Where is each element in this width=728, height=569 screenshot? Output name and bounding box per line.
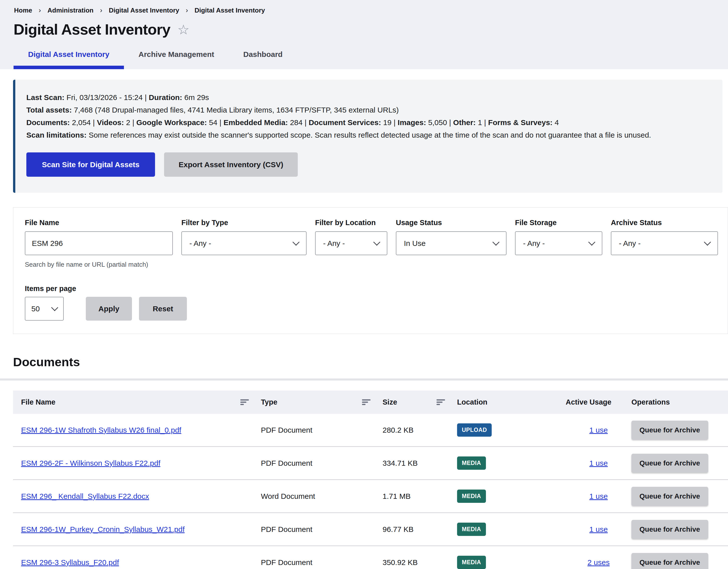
type-cell: PDF Document (261, 558, 383, 567)
items-per-page-label: Items per page (25, 284, 728, 293)
usage-status-label: Usage Status (396, 219, 506, 227)
sort-icon[interactable] (436, 398, 445, 406)
column-label: Location (457, 398, 487, 406)
tab-archive-management[interactable]: Archive Management (124, 46, 229, 69)
scan-summary-line: Last Scan: Fri, 03/13/2026 - 15:24 | Dur… (26, 91, 710, 104)
active-usage-cell: 1 use (566, 426, 631, 434)
scan-site-button[interactable]: Scan Site for Digital Assets (26, 152, 155, 177)
sort-icon[interactable] (240, 398, 249, 406)
location-filter-select[interactable]: - Any - (315, 231, 387, 255)
selected-value: - Any - (619, 239, 641, 248)
table-body: ESM 296-1W Shafroth Syllabus W26 final_0… (13, 414, 728, 569)
type-cell: PDF Document (261, 459, 383, 467)
file-name-cell: ESM 296-2F - Wilkinson Syllabus F22.pdf (21, 459, 261, 467)
filters-row: File Name Search by file name or URL (pa… (25, 219, 728, 269)
usage-count-link[interactable]: 2 uses (588, 558, 610, 566)
location-cell: UPLOAD (457, 423, 566, 437)
usage-status-select[interactable]: In Use (396, 231, 506, 255)
selected-value: - Any - (189, 239, 211, 248)
section-divider (0, 378, 728, 380)
selected-value: 50 (31, 304, 40, 313)
archive-status-field: Archive Status - Any - (611, 219, 718, 269)
table-row: ESM 296-3 Syllabus_F20.pdfPDF Document35… (13, 546, 728, 569)
breadcrumb-link-home[interactable]: Home (14, 7, 32, 14)
table-row: ESM 296-1W Shafroth Syllabus W26 final_0… (13, 414, 728, 447)
queue-for-archive-button[interactable]: Queue for Archive (631, 520, 708, 539)
queue-for-archive-button[interactable]: Queue for Archive (631, 454, 708, 473)
table-row: ESM 296-1W_Purkey_Cronin_Syllabus_W21.pd… (13, 513, 728, 546)
file-name-cell: ESM 296_ Kendall_Syllabus F22.docx (21, 492, 261, 501)
filters-panel: File Name Search by file name or URL (pa… (13, 207, 728, 334)
scan-summary-box: Last Scan: Fri, 03/13/2026 - 15:24 | Dur… (13, 80, 722, 193)
tabs: Digital Asset InventoryArchive Managemen… (14, 46, 728, 69)
breadcrumb-link-administration[interactable]: Administration (47, 7, 93, 14)
usage-count-link[interactable]: 1 use (589, 426, 608, 434)
file-name-link[interactable]: ESM 296-1W Shafroth Syllabus W26 final_0… (21, 426, 181, 434)
size-cell: 280.2 KB (383, 426, 457, 434)
chevron-down-icon (492, 239, 499, 246)
sort-icon[interactable] (362, 398, 371, 406)
queue-for-archive-button[interactable]: Queue for Archive (631, 421, 708, 440)
type-cell: PDF Document (261, 525, 383, 534)
location-cell: MEDIA (457, 556, 566, 569)
location-badge: UPLOAD (457, 423, 492, 437)
tab-dashboard[interactable]: Dashboard (229, 46, 297, 69)
operations-cell: Queue for Archive (631, 421, 728, 440)
title-row: Digital Asset Inventory ☆ (14, 21, 728, 38)
column-header-active-usage: Active Usage (566, 398, 631, 406)
file-name-link[interactable]: ESM 296-2F - Wilkinson Syllabus F22.pdf (21, 459, 160, 467)
breadcrumb-link-digital-asset-inventory[interactable]: Digital Asset Inventory (109, 7, 179, 14)
page-title: Digital Asset Inventory (14, 21, 170, 38)
breadcrumb: Home›Administration›Digital Asset Invent… (14, 7, 728, 14)
file-name-cell: ESM 296-3 Syllabus_F20.pdf (21, 558, 261, 567)
column-label: Size (383, 398, 397, 406)
size-cell: 1.71 MB (383, 492, 457, 501)
scan-summary-line: Total assets: 7,468 (748 Drupal-managed … (26, 104, 710, 116)
usage-count-link[interactable]: 1 use (589, 492, 608, 500)
archive-status-select[interactable]: - Any - (611, 231, 718, 255)
scan-summary-lines: Last Scan: Fri, 03/13/2026 - 15:24 | Dur… (26, 91, 710, 141)
column-header-file-name[interactable]: File Name (21, 398, 261, 406)
file-storage-select[interactable]: - Any - (515, 231, 602, 255)
location-filter-field: Filter by Location - Any - (315, 219, 387, 269)
reset-button[interactable]: Reset (139, 297, 187, 320)
file-name-link[interactable]: ESM 296-3 Syllabus_F20.pdf (21, 558, 119, 566)
items-per-page-select[interactable]: 50 (25, 297, 64, 320)
file-name-link[interactable]: ESM 296_ Kendall_Syllabus F22.docx (21, 492, 149, 500)
export-csv-button[interactable]: Export Asset Inventory (CSV) (164, 152, 298, 177)
apply-button[interactable]: Apply (86, 297, 132, 320)
file-storage-label: File Storage (515, 219, 602, 227)
file-name-cell: ESM 296-1W_Purkey_Cronin_Syllabus_W21.pd… (21, 525, 261, 534)
column-header-size[interactable]: Size (383, 398, 457, 406)
chevron-down-icon (588, 239, 595, 246)
type-filter-select[interactable]: - Any - (181, 231, 307, 255)
chevron-down-icon (704, 239, 711, 246)
location-badge: MEDIA (457, 456, 486, 470)
star-icon[interactable]: ☆ (177, 23, 189, 36)
operations-cell: Queue for Archive (631, 487, 728, 506)
breadcrumb-link-digital-asset-inventory[interactable]: Digital Asset Inventory (194, 7, 265, 14)
table-header-row: File NameTypeSizeLocationActive UsageOpe… (13, 390, 728, 414)
size-cell: 334.71 KB (383, 459, 457, 467)
usage-status-field: Usage Status In Use (396, 219, 506, 269)
tab-digital-asset-inventory[interactable]: Digital Asset Inventory (14, 46, 124, 69)
queue-for-archive-button[interactable]: Queue for Archive (631, 553, 708, 569)
size-cell: 350.92 KB (383, 558, 457, 567)
documents-table: File NameTypeSizeLocationActive UsageOpe… (13, 390, 728, 569)
column-label: File Name (21, 398, 55, 406)
location-cell: MEDIA (457, 456, 566, 470)
column-header-type[interactable]: Type (261, 398, 383, 406)
usage-count-link[interactable]: 1 use (589, 459, 608, 467)
location-badge: MEDIA (457, 523, 486, 536)
active-usage-cell: 1 use (566, 459, 631, 467)
usage-count-link[interactable]: 1 use (589, 525, 608, 533)
main-content: Last Scan: Fri, 03/13/2026 - 15:24 | Dur… (0, 80, 728, 569)
file-name-link[interactable]: ESM 296-1W_Purkey_Cronin_Syllabus_W21.pd… (21, 525, 185, 533)
column-header-location: Location (457, 398, 566, 406)
breadcrumb-separator: › (39, 7, 41, 14)
queue-for-archive-button[interactable]: Queue for Archive (631, 487, 708, 506)
file-name-input[interactable] (25, 231, 173, 255)
chevron-down-icon (51, 304, 58, 311)
breadcrumb-separator: › (186, 7, 188, 14)
file-storage-field: File Storage - Any - (515, 219, 602, 269)
